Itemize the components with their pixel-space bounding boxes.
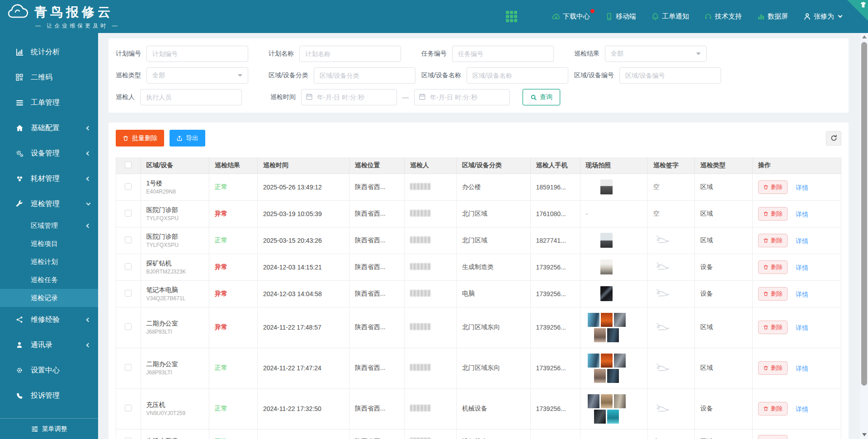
sidebar-menu-adjust[interactable]: 菜单调整 (0, 418, 98, 439)
sidebar-subitem-inspection-plans[interactable]: 巡检计划 (0, 253, 98, 271)
inspection-result: 异常 (215, 323, 227, 330)
sidebar-subitem-inspection-items[interactable]: 巡检项目 (0, 235, 98, 253)
delete-button[interactable]: 删除 (758, 207, 788, 221)
row-checkbox[interactable] (125, 210, 132, 217)
sidebar-item-equipment[interactable]: 设备管理 (0, 141, 98, 166)
signature (653, 233, 674, 246)
inspection-time: 2024-11-22 17:47:24 (257, 348, 349, 388)
row-checkbox[interactable] (125, 290, 132, 297)
nav-work-order-notify[interactable]: 工单通知 (651, 12, 689, 21)
site-photos[interactable] (586, 233, 627, 248)
delete-button[interactable]: 删除 (758, 287, 788, 301)
sidebar-subitem-inspection-tasks[interactable]: 巡检任务 (0, 271, 98, 289)
sidebar-item-qrcode[interactable]: 二维码 (0, 65, 98, 90)
detail-link[interactable]: 详情 (796, 365, 808, 372)
refresh-button[interactable] (826, 131, 841, 146)
row-checkbox[interactable] (125, 236, 132, 243)
inspector-input[interactable] (140, 89, 242, 105)
plan-number-label: 计划编号 (116, 50, 146, 58)
time-to-input[interactable] (414, 89, 510, 105)
photo-thumbnail[interactable] (600, 260, 613, 274)
scroll-up-arrow[interactable] (862, 35, 867, 38)
chevron-left-icon (86, 176, 91, 181)
detail-link[interactable]: 详情 (796, 237, 808, 245)
sidebar-subitem-area-management[interactable]: 区域管理 (0, 217, 98, 235)
delete-button[interactable]: 删除 (758, 260, 788, 274)
row-checkbox[interactable] (125, 263, 132, 270)
apps-grid-button[interactable] (505, 10, 518, 23)
nav-user-menu[interactable]: 张修为 (803, 12, 842, 21)
site-photos[interactable] (586, 354, 627, 383)
task-number-input[interactable] (452, 46, 554, 62)
inspector-redacted (410, 405, 431, 411)
photo-thumbnail[interactable] (600, 286, 613, 301)
table-row: 探矿钻机 BJ0RTMZJ323K 异常 2024-12-03 14:15:21… (116, 254, 841, 280)
nav-tech-support[interactable]: 技术支持 (704, 12, 742, 21)
sidebar-item-complaints[interactable]: 投诉管理 (0, 383, 98, 408)
device-number-input[interactable] (619, 67, 721, 84)
sidebar-item-inspection[interactable]: 巡检管理 (0, 191, 98, 217)
scroll-down-arrow[interactable] (862, 433, 867, 436)
delete-button[interactable]: 删除 (758, 234, 788, 247)
delete-button[interactable]: 删除 (758, 180, 788, 194)
detail-link[interactable]: 详情 (796, 211, 808, 218)
detail-link[interactable]: 详情 (796, 324, 808, 331)
detail-link[interactable]: 详情 (796, 406, 808, 413)
sidebar-item-repair-experience[interactable]: 维修经验 (0, 307, 98, 332)
select-all-checkbox[interactable] (125, 161, 132, 168)
theme-corner-ribbon[interactable] (847, 0, 868, 21)
row-checkbox[interactable] (125, 438, 132, 439)
device-category-input[interactable] (314, 67, 415, 84)
export-button[interactable]: 导出 (170, 130, 205, 146)
plan-number-input[interactable] (146, 46, 248, 62)
row-checkbox[interactable] (125, 364, 132, 371)
row-checkbox[interactable] (125, 323, 132, 330)
site-photos[interactable] (586, 286, 627, 301)
photo-thumbnail[interactable] (600, 233, 613, 248)
detail-link[interactable]: 详情 (796, 291, 808, 298)
signature (653, 260, 674, 273)
site-photos[interactable]: - (586, 210, 642, 217)
photo-collage[interactable] (586, 313, 627, 342)
sidebar-item-work-orders[interactable]: 工单管理 (0, 90, 98, 115)
sidebar-item-statistics[interactable]: 统计分析 (0, 39, 98, 65)
inspection-result-select[interactable]: 全部 (605, 46, 707, 62)
sidebar-item-contacts[interactable]: 通讯录 (0, 332, 98, 358)
nav-download-center[interactable]: 下载中心 (552, 12, 590, 21)
plan-name-input[interactable] (299, 46, 401, 62)
delete-button[interactable]: 删除 (758, 321, 788, 334)
user-name: 张修为 (814, 12, 834, 21)
sidebar-item-consumables[interactable]: 耗材管理 (0, 166, 98, 191)
delete-button[interactable]: 删除 (758, 435, 788, 439)
sidebar-item-label: 区域管理 (31, 222, 58, 230)
inspection-type-select[interactable]: 全部 (146, 67, 248, 84)
delete-button[interactable]: 删除 (758, 361, 788, 375)
search-button[interactable]: 查询 (523, 89, 560, 105)
nav-mobile[interactable]: 移动端 (605, 12, 636, 21)
sidebar-subitem-inspection-records[interactable]: 巡检记录 (0, 289, 98, 307)
time-from-input[interactable] (301, 89, 397, 105)
delete-button[interactable]: 删除 (758, 402, 788, 415)
device-name-input[interactable] (467, 67, 568, 84)
page-scrollbar[interactable] (860, 33, 868, 439)
inspection-time: 2025-05-26 13:49:12 (257, 174, 349, 200)
detail-link[interactable]: 详情 (796, 184, 808, 191)
inspection-result: 正常 (215, 236, 227, 244)
detail-link[interactable]: 详情 (796, 264, 808, 271)
site-photos[interactable] (586, 260, 627, 274)
row-checkbox[interactable] (125, 183, 132, 190)
batch-delete-button[interactable]: 批量删除 (116, 130, 164, 146)
sidebar-item-settings[interactable]: 设置中心 (0, 358, 98, 383)
download-cloud-icon (552, 13, 560, 21)
photo-thumbnail[interactable] (600, 179, 613, 194)
scrollbar-thumb[interactable] (861, 42, 867, 386)
site-photos[interactable] (586, 179, 627, 194)
site-photos[interactable] (586, 313, 627, 342)
photo-collage[interactable] (586, 354, 627, 383)
inspection-time-label: 巡检时间 (270, 93, 301, 101)
nav-data-screen[interactable]: 数据屏 (757, 12, 788, 21)
row-checkbox[interactable] (125, 405, 132, 411)
photo-collage[interactable] (586, 394, 627, 424)
site-photos[interactable] (586, 394, 627, 424)
sidebar-item-basic-config[interactable]: 基础配置 (0, 115, 98, 141)
